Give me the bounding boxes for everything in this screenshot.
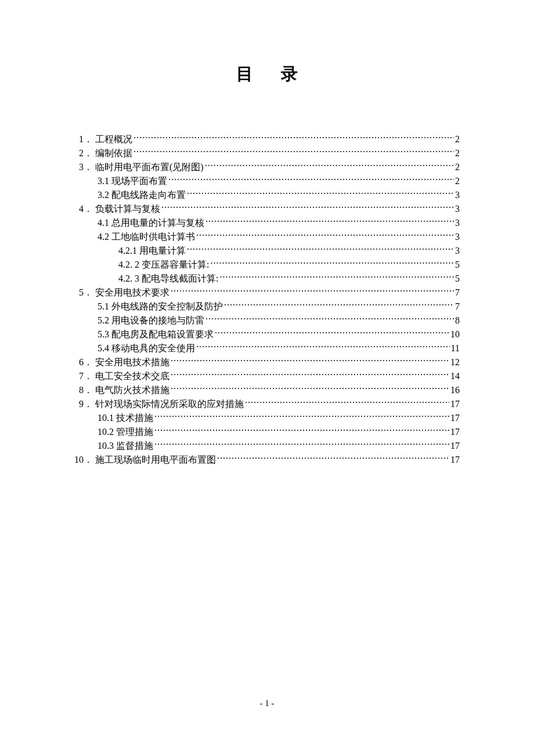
- toc-number: 7．: [74, 369, 93, 383]
- toc-page-number: 17: [450, 453, 460, 467]
- toc-title: 10.1 技术措施: [98, 411, 153, 425]
- toc-title: 电气防火技术措施: [95, 383, 169, 397]
- toc-number: 8．: [74, 383, 93, 397]
- toc-title: 3.2 配电线路走向布置: [98, 188, 186, 202]
- toc-page-number: 17: [450, 397, 460, 411]
- toc-title: 10.2 管理措施: [98, 425, 153, 439]
- toc-leader-dots: [219, 272, 454, 282]
- toc-entry: 4.2 工地临时供电计算书3: [74, 230, 460, 244]
- toc-page-number: 17: [450, 439, 460, 453]
- toc-entry: 10.2 管理措施17: [74, 425, 460, 439]
- toc-entry: 3.1 现场平面布置2: [74, 174, 460, 188]
- toc-number: 5．: [74, 286, 93, 300]
- toc-title: 针对现场实际情况所采取的应对措施: [95, 397, 244, 411]
- toc-leader-dots: [171, 356, 449, 365]
- toc-page-number: 7: [455, 286, 460, 300]
- toc-leader-dots: [171, 286, 454, 296]
- toc-entry: 4.2. 2 变压器容量计算:5: [74, 258, 460, 272]
- toc-title: 5.3 配电房及配电箱设置要求: [98, 327, 214, 341]
- toc-leader-dots: [205, 217, 454, 226]
- toc-page-number: 10: [450, 327, 460, 341]
- toc-entry: 5.3 配电房及配电箱设置要求10: [74, 327, 460, 341]
- toc-number: 9．: [74, 397, 93, 411]
- toc-leader-dots: [196, 342, 450, 351]
- toc-leader-dots: [134, 147, 454, 156]
- toc-leader-dots: [217, 453, 449, 463]
- toc-number: 6．: [74, 355, 93, 369]
- toc-title: 5.2 用电设备的接地与防雷: [98, 314, 204, 327]
- toc-leader-dots: [161, 203, 454, 212]
- toc-title: 4.2. 2 变压器容量计算:: [118, 258, 209, 272]
- toc-entry: 9．针对现场实际情况所采取的应对措施17: [74, 397, 460, 411]
- toc-title: 负载计算与复核: [95, 202, 160, 216]
- toc-number: 10．: [74, 453, 93, 467]
- toc-page-number: 12: [450, 355, 460, 369]
- toc-page-number: 3: [455, 230, 460, 244]
- toc-page-number: 3: [455, 216, 460, 230]
- toc-page-number: 16: [450, 383, 460, 397]
- toc-number: 4．: [74, 202, 93, 216]
- toc-title: 安全用电技术要求: [95, 286, 169, 300]
- toc-title: 4.2.1 用电量计算: [118, 244, 186, 258]
- toc-leader-dots: [187, 244, 454, 254]
- page-number: - 1 -: [0, 699, 534, 708]
- toc-title: 5.1 外电线路的安全控制及防护: [98, 300, 223, 314]
- toc-leader-dots: [210, 258, 454, 268]
- toc-page-number: 2: [455, 160, 460, 174]
- toc-leader-dots: [154, 440, 449, 449]
- toc-title: 安全用电技术措施: [95, 355, 169, 369]
- toc-title: 临时用电平面布置(见附图): [95, 160, 204, 174]
- toc-leader-dots: [196, 231, 454, 240]
- toc-page-number: 17: [450, 425, 460, 439]
- toc-number: 3．: [74, 160, 93, 174]
- toc-number: 2．: [74, 146, 93, 160]
- toc-page-number: 3: [455, 202, 460, 216]
- toc-leader-dots: [245, 398, 449, 407]
- toc-entry: 4.1 总用电量的计算与复核3: [74, 216, 460, 230]
- toc-leader-dots: [187, 189, 454, 198]
- toc-leader-dots: [171, 384, 449, 393]
- toc-entry: 7．电工安全技术交底14: [74, 369, 460, 383]
- toc-entry: 4.2.1 用电量计算3: [74, 244, 460, 258]
- toc-entry: 5.1 外电线路的安全控制及防护7: [74, 300, 460, 314]
- toc-page-number: 2: [455, 146, 460, 160]
- toc-leader-dots: [171, 370, 449, 379]
- toc-leader-dots: [168, 175, 454, 184]
- table-of-contents: 1．工程概况22．编制依据23．临时用电平面布置(见附图)23.1 现场平面布置…: [74, 132, 460, 467]
- toc-leader-dots: [215, 328, 449, 337]
- toc-entry: 5．安全用电技术要求7: [74, 286, 460, 300]
- toc-number: 1．: [74, 132, 93, 146]
- toc-entry: 5.4 移动电具的安全使用11: [74, 341, 460, 355]
- toc-title: 施工现场临时用电平面布置图: [95, 453, 216, 467]
- toc-page-number: 8: [455, 314, 460, 327]
- toc-page-number: 5: [455, 258, 460, 272]
- toc-leader-dots: [224, 300, 454, 309]
- toc-page-number: 3: [455, 244, 460, 258]
- toc-entry: 10．施工现场临时用电平面布置图17: [74, 453, 460, 467]
- toc-page-number: 14: [450, 369, 460, 383]
- toc-entry: 2．编制依据2: [74, 146, 460, 160]
- toc-entry: 10.1 技术措施17: [74, 411, 460, 425]
- toc-entry: 4.2. 3 配电导线截面计算:5: [74, 272, 460, 286]
- toc-leader-dots: [154, 426, 449, 435]
- toc-entry: 3．临时用电平面布置(见附图)2: [74, 160, 460, 174]
- toc-leader-dots: [134, 133, 454, 142]
- toc-title: 工程概况: [95, 132, 132, 146]
- toc-title: 4.2. 3 配电导线截面计算:: [118, 272, 218, 286]
- toc-page-number: 2: [455, 132, 460, 146]
- toc-entry: 10.3 监督措施17: [74, 439, 460, 453]
- toc-page-number: 11: [451, 341, 460, 355]
- toc-entry: 1．工程概况2: [74, 132, 460, 146]
- toc-title: 5.4 移动电具的安全使用: [98, 341, 195, 355]
- toc-title: 4.2 工地临时供电计算书: [98, 230, 195, 244]
- toc-page-number: 7: [455, 300, 460, 314]
- toc-page-number: 5: [455, 272, 460, 286]
- page-title: 目录: [74, 63, 460, 86]
- toc-leader-dots: [205, 161, 454, 170]
- toc-entry: 4．负载计算与复核3: [74, 202, 460, 216]
- toc-page-number: 17: [450, 411, 460, 425]
- toc-entry: 6．安全用电技术措施12: [74, 355, 460, 369]
- toc-title: 编制依据: [95, 146, 132, 160]
- toc-leader-dots: [154, 412, 449, 421]
- toc-title: 3.1 现场平面布置: [98, 174, 167, 188]
